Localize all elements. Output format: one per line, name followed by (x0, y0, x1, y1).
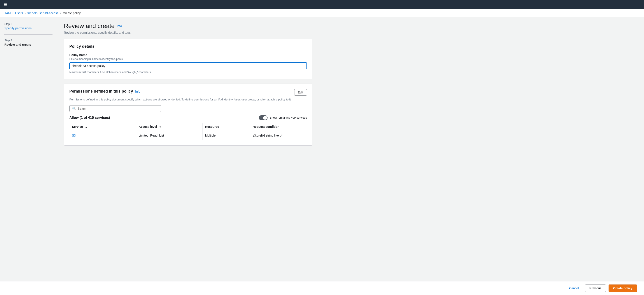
footer-bar: Cancel Previous Create policy (0, 281, 644, 295)
col-condition-header[interactable]: Request condition (250, 123, 307, 131)
previous-button[interactable]: Previous (585, 284, 606, 292)
table-header-row: Service ▲ Access level ▼ Resource Reques… (69, 123, 307, 131)
page-header: Review and create Info Review the permis… (64, 22, 312, 34)
permissions-title: Permissions defined in this policy (69, 89, 133, 94)
policy-name-hint: Enter a meaningful name to identify this… (69, 58, 307, 60)
page-subtitle: Review the permissions, specify details,… (64, 31, 312, 34)
sidebar: Step 1 Specify permissions Step 2 Review… (0, 17, 57, 294)
permissions-description: Permissions defined in this policy docum… (69, 98, 307, 102)
toggle-row: Show remaining 409 services (259, 115, 307, 120)
allow-title: Allow (1 of 410 services) (69, 116, 110, 120)
step2-label: Step 2 (4, 39, 52, 42)
policy-name-input[interactable] (69, 62, 307, 69)
edit-button[interactable]: Edit (294, 89, 307, 96)
table-cell-resource: Multiple (202, 131, 250, 140)
page-info-link[interactable]: Info (117, 24, 122, 28)
breadcrumb-sep-3: › (60, 12, 61, 15)
page-title-row: Review and create Info (64, 22, 312, 30)
create-policy-button[interactable]: Create policy (608, 284, 637, 292)
show-remaining-toggle[interactable] (259, 115, 268, 120)
breadcrumb-sep-2: › (25, 12, 26, 15)
permissions-title-row: Permissions defined in this policy Info (69, 89, 140, 94)
table-cell-condition: s3:prefix| string like |/* (250, 131, 307, 140)
permissions-info-link[interactable]: Info (135, 90, 140, 93)
breadcrumb-iam-link[interactable]: IAM (5, 12, 11, 15)
policy-details-card: Policy details Policy name Enter a meani… (64, 39, 312, 79)
policy-details-title: Policy details (69, 44, 307, 49)
service-sort-icon: ▲ (85, 126, 87, 128)
sidebar-divider (4, 34, 52, 34)
breadcrumb: IAM › Users › firebolt-user-s3-access › … (0, 9, 644, 17)
breadcrumb-sep-1: › (12, 12, 13, 15)
step1-label: Step 1 (4, 22, 52, 26)
permissions-header: Permissions defined in this policy Info … (69, 89, 307, 96)
breadcrumb-firebolt-link[interactable]: firebolt-user-s3-access (27, 12, 58, 15)
breadcrumb-users-link[interactable]: Users (15, 12, 23, 15)
col-access-header[interactable]: Access level ▼ (136, 123, 202, 131)
menu-icon[interactable]: ☰ (4, 2, 7, 7)
permissions-card: Permissions defined in this policy Info … (64, 84, 312, 146)
cancel-button[interactable]: Cancel (566, 284, 582, 292)
search-box: 🔍 (69, 105, 161, 112)
main-layout: Step 1 Specify permissions Step 2 Review… (0, 17, 644, 294)
search-input[interactable] (78, 107, 158, 110)
top-bar: ☰ (0, 0, 644, 9)
breadcrumb-current: Create policy (63, 12, 81, 15)
service-link[interactable]: S3 (72, 134, 76, 137)
page-title: Review and create (64, 22, 114, 30)
table-cell-service: S3 (69, 131, 136, 140)
allow-row: Allow (1 of 410 services) Show remaining… (69, 115, 307, 120)
access-sort-icon: ▼ (159, 126, 162, 128)
col-resource-header[interactable]: Resource (202, 123, 250, 131)
search-icon: 🔍 (72, 107, 76, 110)
permissions-table-body: S3 Limited: Read, List Multiple s3:prefi… (69, 131, 307, 140)
step1-link[interactable]: Specify permissions (4, 26, 52, 30)
toggle-label: Show remaining 409 services (270, 116, 307, 119)
permissions-table: Service ▲ Access level ▼ Resource Reques… (69, 123, 307, 140)
table-row: S3 Limited: Read, List Multiple s3:prefi… (69, 131, 307, 140)
col-service-header[interactable]: Service ▲ (69, 123, 136, 131)
table-cell-access: Limited: Read, List (136, 131, 202, 140)
content-area: Review and create Info Review the permis… (57, 17, 320, 294)
policy-name-constraint: Maximum 128 characters. Use alphanumeric… (69, 71, 307, 74)
step2-current: Review and create (4, 43, 52, 46)
policy-name-label: Policy name (69, 53, 307, 57)
